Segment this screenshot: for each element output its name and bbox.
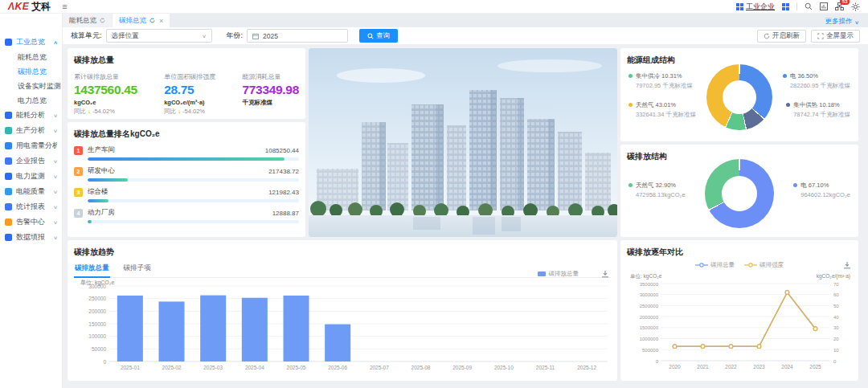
point-碳排强度-2021[interactable] xyxy=(701,345,705,349)
rank-bar-fill xyxy=(88,178,128,182)
svg-text:kgCO₂e/(m²·a): kgCO₂e/(m²·a) xyxy=(817,273,850,280)
caret-down-icon: ∨ xyxy=(53,128,58,133)
point-碳排强度-2025[interactable] xyxy=(813,327,817,331)
bar-2025-02[interactable] xyxy=(159,301,185,361)
report-chart-button[interactable] xyxy=(820,2,828,10)
bar-2025-04[interactable] xyxy=(242,298,268,361)
tab-0[interactable]: 能耗总览 xyxy=(63,14,112,27)
sidebar-subitem-0-1[interactable]: 碳排总览 xyxy=(0,64,62,79)
svg-text:2025: 2025 xyxy=(809,364,821,370)
search-submit-button[interactable]: 查询 xyxy=(359,29,398,43)
start-refresh-button[interactable]: 开启刷新 xyxy=(757,30,806,43)
bar-2025-01[interactable] xyxy=(117,296,143,361)
fullscreen-button[interactable]: 全屏显示 xyxy=(811,30,860,43)
kpi-value: 773349.98 xyxy=(242,83,299,97)
sidebar-item-7[interactable]: 统计报表∨ xyxy=(0,199,62,214)
svg-text:60: 60 xyxy=(833,292,839,297)
trend-legend-item[interactable]: 碳排放总量 xyxy=(538,270,579,278)
rank-value: 217438.72 xyxy=(268,168,299,175)
tab-bar-tabs: 能耗总览碳排总览× xyxy=(63,14,170,27)
donut-legend-item[interactable]: 集中供冷 10.31%79702.95 千克标准煤 xyxy=(628,72,693,90)
svg-text:40: 40 xyxy=(833,315,839,320)
trend-bar-chart: 单位: kgCO₂e300000250000200000150000100000… xyxy=(74,278,611,374)
donut-legend-item[interactable]: 电 67.10%964602.12kgCO₂e xyxy=(793,182,850,198)
svg-text:2024: 2024 xyxy=(781,364,793,370)
menu-toggle-icon[interactable]: ≡ xyxy=(62,2,67,11)
legend-detail: 332641.34 千克标准煤 xyxy=(628,111,696,119)
sidebar-item-2[interactable]: 生产分析∨ xyxy=(0,123,62,138)
rank-badge: 2 xyxy=(74,167,83,176)
search-button[interactable] xyxy=(805,2,813,10)
sidebar-subitem-0-2[interactable]: 设备实时监测 xyxy=(0,79,62,93)
yoy-value: -54.02% xyxy=(181,108,205,115)
refresh-icon[interactable] xyxy=(100,18,105,23)
svg-text:70: 70 xyxy=(833,282,839,287)
bar-2025-06[interactable] xyxy=(325,325,350,361)
close-icon[interactable]: × xyxy=(159,17,163,25)
kpi-card-2: 能源消耗总量773349.98千克标准煤 xyxy=(242,72,299,116)
sidebar-subitem-0-0[interactable]: 能耗总览 xyxy=(0,50,62,64)
svg-text:1500000: 1500000 xyxy=(640,325,659,330)
panel-title: 碳排放逐年对比 xyxy=(627,247,852,258)
more-actions-button[interactable]: 更多操作 ∨ xyxy=(825,17,858,27)
rank-name: 动力厂房 xyxy=(88,208,115,218)
yearly-legend-item-0[interactable]: 碳排总量 xyxy=(695,261,735,269)
apps-grid-button[interactable] xyxy=(782,3,789,10)
caret-down-icon: ∨ xyxy=(53,204,58,210)
carbon-trend-panel: 碳排放趋势 碳排放总量碳排子项 碳排放总量 单位: kgCO₂e30000025… xyxy=(68,240,617,381)
year-input[interactable]: 2025 xyxy=(247,29,348,43)
svg-text:2022: 2022 xyxy=(725,364,737,370)
donut-legend-item[interactable]: 电 36.50%282260.95 千克标准煤 xyxy=(783,72,850,90)
point-碳排强度-2022[interactable] xyxy=(729,345,733,349)
building-photo xyxy=(309,48,617,237)
trend-tab-0[interactable]: 碳排放总量 xyxy=(74,262,110,278)
sidebar-item-3[interactable]: 用电需量分析 xyxy=(0,138,62,153)
alert-count-badge: 53 xyxy=(840,0,850,5)
sidebar-item-6[interactable]: 电能质量∨ xyxy=(0,184,62,199)
point-碳排强度-2023[interactable] xyxy=(757,345,761,349)
legend-label: 碳排放总量 xyxy=(549,270,579,278)
bar-2025-03[interactable] xyxy=(200,296,226,361)
trend-tab-1[interactable]: 碳排子项 xyxy=(123,262,152,277)
accounting-unit-select[interactable]: 选择位置 ∨ xyxy=(106,29,212,43)
point-碳排强度-2020[interactable] xyxy=(673,345,677,349)
svg-text:2025-12: 2025-12 xyxy=(577,365,596,370)
svg-text:2025-06: 2025-06 xyxy=(328,365,347,370)
donut-legend-item[interactable]: 集中供热 10.18%78742.74 千克标准煤 xyxy=(786,101,850,119)
sidebar: 工业总览∧能耗总览碳排总览设备实时监测电力总览能耗分析∨生产分析∨用电需量分析企… xyxy=(0,14,63,388)
legend-line: 电 67.10% xyxy=(793,182,850,190)
settings-button[interactable] xyxy=(851,2,860,11)
rank-row-2: 2研发中心217438.72 xyxy=(74,166,299,182)
sidebar-item-0[interactable]: 工业总览∧ xyxy=(0,35,62,50)
sidebar-item-8[interactable]: 告警中心∨ xyxy=(0,214,62,230)
sidebar-subitem-0-3[interactable]: 电力总览 xyxy=(0,93,62,108)
point-碳排强度-2024[interactable] xyxy=(785,291,789,295)
download-icon xyxy=(843,261,851,269)
donut-legend-item[interactable]: 天然气 32.90%472958.13kgCO₂e xyxy=(628,182,686,198)
svg-text:2025-11: 2025-11 xyxy=(536,365,555,370)
refresh-icon[interactable] xyxy=(149,18,155,23)
tab-1[interactable]: 碳排总览× xyxy=(113,14,170,27)
download-button[interactable] xyxy=(843,258,851,272)
svg-text:2500000: 2500000 xyxy=(640,304,659,308)
legend-line: 集中供冷 10.31% xyxy=(628,72,693,80)
bar-2025-05[interactable] xyxy=(284,296,309,361)
rank-badge: 4 xyxy=(74,209,83,218)
fullscreen-label: 全屏显示 xyxy=(826,31,854,41)
yearly-legend-item-1[interactable]: 碳排强度 xyxy=(744,261,784,269)
sidebar-item-1[interactable]: 能耗分析∨ xyxy=(0,108,62,123)
org-alerts-button[interactable]: 53 xyxy=(835,2,844,10)
sidebar-item-5[interactable]: 电力监测∨ xyxy=(0,169,62,184)
legend-detail: 78742.74 千克标准煤 xyxy=(786,111,850,119)
donut-legend-item[interactable]: 天然气 43.01%332641.34 千克标准煤 xyxy=(628,101,696,119)
caret-down-icon: ∨ xyxy=(53,235,58,240)
sidebar-item-9[interactable]: 数据填报∨ xyxy=(0,230,62,245)
rank-bar-fill xyxy=(88,220,92,223)
svg-text:3000000: 3000000 xyxy=(640,292,659,297)
sidebar-item-4[interactable]: 企业报告∨ xyxy=(0,153,62,169)
main-content: 碳排放总量 累计碳排放总量1437560.45kgCO₂e同比 ↓ -54.02… xyxy=(63,45,868,388)
yoy-value: -54.02% xyxy=(91,108,115,115)
workspace-label: 工业企业 xyxy=(746,2,775,12)
workspace-switcher[interactable]: 工业企业 xyxy=(736,2,775,12)
rank-row-1: 1生产车间1085250.44 xyxy=(74,145,299,161)
